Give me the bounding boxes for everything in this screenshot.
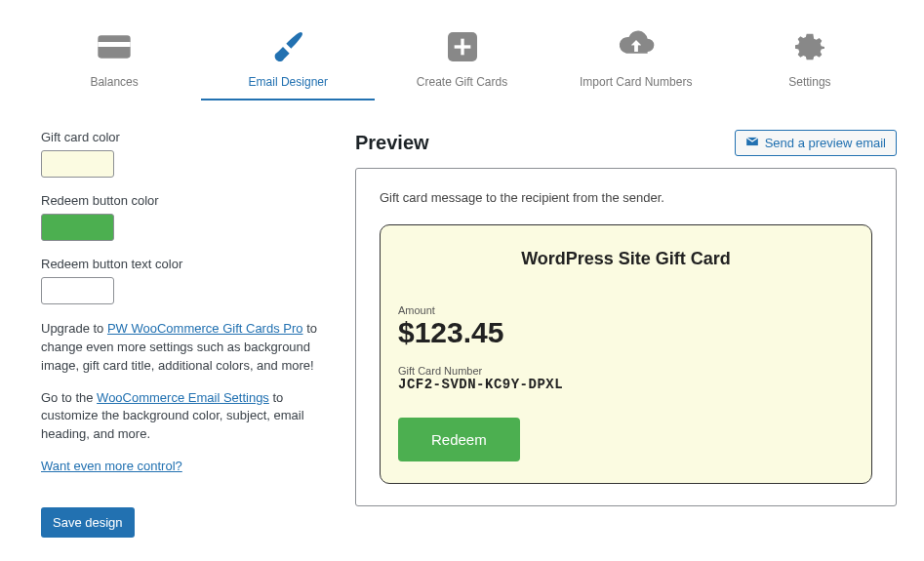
svg-rect-1 [98,42,130,47]
amount-label: Amount [398,304,854,316]
plus-square-icon [441,27,484,69]
gift-card: WordPress Site Gift Card Amount $123.45 … [380,224,872,484]
card-number-value: JCF2-SVDN-KC9Y-DPXL [398,377,854,392]
redeem-button[interactable]: Redeem [398,418,520,461]
tab-label: Create Gift Cards [417,75,507,89]
upgrade-text: Upgrade to PW WooCommerce Gift Cards Pro… [41,320,326,376]
card-number-label: Gift Card Number [398,365,854,377]
redeem-button-text-color-swatch[interactable] [41,277,114,304]
tab-label: Import Card Numbers [580,75,692,89]
preview-panel: Preview Send a preview email Gift card m… [355,130,897,506]
redeem-button-text-color-label: Redeem button text color [41,257,326,271]
tab-balances[interactable]: Balances [27,20,201,100]
paint-brush-icon [266,27,309,69]
goto-text: Go to the WooCommerce Email Settings to … [41,389,326,445]
more-control-link[interactable]: Want even more control? [41,459,182,473]
tab-import-card-numbers[interactable]: Import Card Numbers [549,20,723,100]
envelope-icon [745,135,759,151]
email-settings-link[interactable]: WooCommerce Email Settings [97,390,269,405]
tab-label: Balances [90,75,138,89]
tab-create-gift-cards[interactable]: Create Gift Cards [375,20,548,100]
send-preview-email-button[interactable]: Send a preview email [735,130,897,156]
gear-icon [788,27,831,69]
tab-label: Email Designer [249,75,328,89]
design-sidebar: Gift card color Redeem button color Rede… [41,130,326,538]
gift-card-color-swatch[interactable] [41,150,114,178]
svg-rect-4 [454,45,470,48]
redeem-button-color-swatch[interactable] [41,214,114,241]
tab-bar: Balances Email Designer Create Gift Card… [0,0,924,100]
redeem-button-color-label: Redeem button color [41,193,326,208]
gift-card-title: WordPress Site Gift Card [398,249,854,269]
preview-box: Gift card message to the recipient from … [355,168,897,506]
preview-heading: Preview [355,132,429,154]
gift-card-color-label: Gift card color [41,130,326,144]
amount-value: $123.45 [398,316,854,349]
tab-label: Settings [788,75,830,89]
gift-message: Gift card message to the recipient from … [380,190,872,205]
tab-email-designer[interactable]: Email Designer [201,20,375,100]
credit-card-icon [93,27,136,69]
save-design-button[interactable]: Save design [41,507,135,538]
cloud-upload-icon [615,27,658,69]
upgrade-link[interactable]: PW WooCommerce Gift Cards Pro [107,321,303,336]
tab-settings[interactable]: Settings [723,20,897,100]
